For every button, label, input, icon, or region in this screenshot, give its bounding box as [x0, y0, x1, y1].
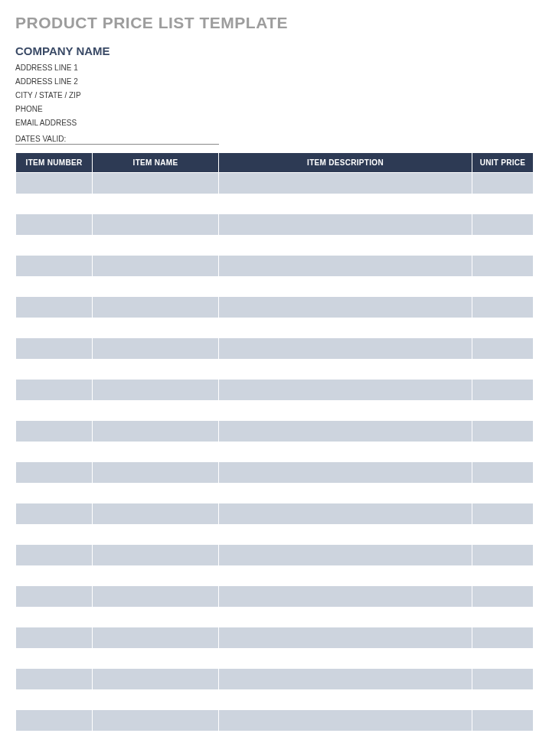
- cell-unit-price[interactable]: [472, 503, 534, 524]
- cell-item-name[interactable]: [93, 689, 219, 710]
- cell-item-description[interactable]: [219, 689, 472, 710]
- cell-unit-price[interactable]: [472, 442, 534, 462]
- cell-unit-price[interactable]: [472, 276, 534, 297]
- cell-item-name[interactable]: [93, 235, 219, 256]
- cell-item-name[interactable]: [93, 565, 219, 586]
- cell-item-description[interactable]: [219, 607, 472, 627]
- cell-unit-price[interactable]: [472, 586, 534, 607]
- cell-item-name[interactable]: [93, 276, 219, 297]
- cell-unit-price[interactable]: [472, 214, 534, 235]
- cell-item-description[interactable]: [219, 731, 472, 751]
- cell-unit-price[interactable]: [472, 545, 534, 565]
- cell-item-name[interactable]: [93, 669, 219, 689]
- cell-item-number[interactable]: [16, 297, 93, 318]
- cell-unit-price[interactable]: [472, 173, 534, 194]
- cell-item-number[interactable]: [16, 235, 93, 256]
- cell-item-number[interactable]: [16, 586, 93, 607]
- cell-item-number[interactable]: [16, 338, 93, 359]
- cell-item-description[interactable]: [219, 276, 472, 297]
- cell-unit-price[interactable]: [472, 338, 534, 359]
- cell-item-name[interactable]: [93, 173, 219, 194]
- cell-item-description[interactable]: [219, 214, 472, 235]
- cell-item-number[interactable]: [16, 421, 93, 442]
- cell-item-name[interactable]: [93, 607, 219, 627]
- cell-item-name[interactable]: [93, 710, 219, 731]
- cell-item-name[interactable]: [93, 380, 219, 400]
- cell-item-description[interactable]: [219, 462, 472, 483]
- cell-unit-price[interactable]: [472, 256, 534, 276]
- cell-unit-price[interactable]: [472, 627, 534, 648]
- cell-item-number[interactable]: [16, 648, 93, 669]
- cell-item-number[interactable]: [16, 462, 93, 483]
- cell-unit-price[interactable]: [472, 710, 534, 731]
- cell-item-description[interactable]: [219, 359, 472, 380]
- cell-item-description[interactable]: [219, 173, 472, 194]
- cell-item-number[interactable]: [16, 359, 93, 380]
- cell-item-number[interactable]: [16, 318, 93, 338]
- cell-item-number[interactable]: [16, 545, 93, 565]
- cell-item-description[interactable]: [219, 442, 472, 462]
- cell-item-name[interactable]: [93, 194, 219, 214]
- cell-item-number[interactable]: [16, 710, 93, 731]
- cell-item-description[interactable]: [219, 503, 472, 524]
- cell-item-description[interactable]: [219, 256, 472, 276]
- cell-unit-price[interactable]: [472, 421, 534, 442]
- cell-item-number[interactable]: [16, 442, 93, 462]
- cell-unit-price[interactable]: [472, 380, 534, 400]
- cell-item-description[interactable]: [219, 565, 472, 586]
- cell-item-name[interactable]: [93, 483, 219, 503]
- cell-unit-price[interactable]: [472, 565, 534, 586]
- cell-item-number[interactable]: [16, 565, 93, 586]
- cell-item-description[interactable]: [219, 235, 472, 256]
- cell-item-number[interactable]: [16, 689, 93, 710]
- cell-item-name[interactable]: [93, 462, 219, 483]
- cell-unit-price[interactable]: [472, 731, 534, 751]
- cell-item-number[interactable]: [16, 524, 93, 545]
- cell-item-number[interactable]: [16, 173, 93, 194]
- cell-unit-price[interactable]: [472, 689, 534, 710]
- cell-unit-price[interactable]: [472, 607, 534, 627]
- cell-item-number[interactable]: [16, 380, 93, 400]
- cell-unit-price[interactable]: [472, 297, 534, 318]
- cell-item-name[interactable]: [93, 421, 219, 442]
- cell-item-description[interactable]: [219, 545, 472, 565]
- cell-item-number[interactable]: [16, 483, 93, 503]
- cell-unit-price[interactable]: [472, 524, 534, 545]
- cell-unit-price[interactable]: [472, 462, 534, 483]
- cell-item-description[interactable]: [219, 648, 472, 669]
- cell-unit-price[interactable]: [472, 400, 534, 421]
- cell-item-name[interactable]: [93, 442, 219, 462]
- cell-item-name[interactable]: [93, 338, 219, 359]
- cell-unit-price[interactable]: [472, 483, 534, 503]
- cell-item-number[interactable]: [16, 669, 93, 689]
- cell-item-number[interactable]: [16, 194, 93, 214]
- cell-item-description[interactable]: [219, 483, 472, 503]
- cell-item-name[interactable]: [93, 731, 219, 751]
- cell-item-description[interactable]: [219, 669, 472, 689]
- cell-item-number[interactable]: [16, 731, 93, 751]
- cell-unit-price[interactable]: [472, 318, 534, 338]
- cell-unit-price[interactable]: [472, 194, 534, 214]
- cell-item-number[interactable]: [16, 503, 93, 524]
- cell-item-number[interactable]: [16, 214, 93, 235]
- cell-item-name[interactable]: [93, 400, 219, 421]
- cell-item-name[interactable]: [93, 586, 219, 607]
- cell-item-number[interactable]: [16, 607, 93, 627]
- cell-item-name[interactable]: [93, 648, 219, 669]
- cell-item-name[interactable]: [93, 318, 219, 338]
- cell-item-number[interactable]: [16, 256, 93, 276]
- cell-item-description[interactable]: [219, 524, 472, 545]
- cell-item-description[interactable]: [219, 421, 472, 442]
- cell-item-description[interactable]: [219, 380, 472, 400]
- cell-unit-price[interactable]: [472, 359, 534, 380]
- cell-item-number[interactable]: [16, 627, 93, 648]
- cell-item-name[interactable]: [93, 503, 219, 524]
- cell-item-name[interactable]: [93, 627, 219, 648]
- cell-item-name[interactable]: [93, 524, 219, 545]
- cell-item-name[interactable]: [93, 545, 219, 565]
- cell-item-description[interactable]: [219, 338, 472, 359]
- cell-item-description[interactable]: [219, 194, 472, 214]
- cell-unit-price[interactable]: [472, 235, 534, 256]
- cell-item-name[interactable]: [93, 359, 219, 380]
- cell-unit-price[interactable]: [472, 669, 534, 689]
